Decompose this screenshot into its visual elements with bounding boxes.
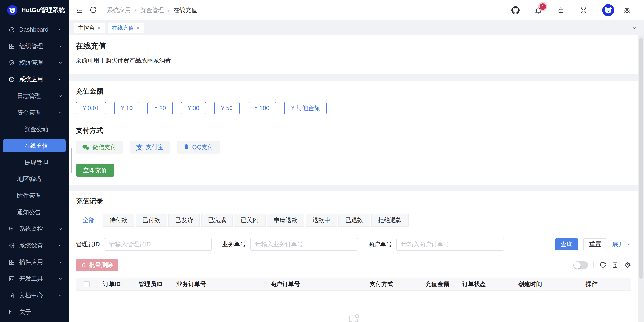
breadcrumb-current: 在线充值 [174,6,197,14]
sidebar-scrollbar-thumb[interactable] [71,148,72,173]
settings-gear-icon[interactable] [623,6,631,14]
amount-option-button[interactable]: ¥ 100 [248,102,276,114]
sidebar-item-notice[interactable]: 通知公告 [0,204,68,221]
status-tab-refunded[interactable]: 已退款 [338,214,370,227]
sidebar-item-dashboard[interactable]: Dashboard [0,21,68,38]
row-density-icon[interactable] [612,262,619,269]
striped-toggle[interactable] [574,261,588,269]
alipay-button[interactable]: 支 支付宝 [130,141,170,154]
main-area: 系统应用 / 资金管理 / 在线充值 1 [68,0,644,322]
sidebar: HotGo管理系统 Dashboard 组织管理 权限管理 系统应用 [0,0,68,322]
close-icon[interactable] [97,26,101,30]
sidebar-item-docs[interactable]: 文档中心 [0,287,68,304]
amount-option-other-button[interactable]: ¥ 其他金额 [284,102,327,114]
refresh-page-icon[interactable] [90,6,97,14]
close-icon[interactable] [136,26,140,30]
sidebar-item-about[interactable]: 关于 [0,304,68,320]
business-order-input[interactable] [250,238,358,251]
status-tab-refund-rejected[interactable]: 拒绝退款 [371,214,409,227]
grid-icon [8,259,15,265]
status-tab-pending-payment[interactable]: 待付款 [103,214,134,227]
lock-screen-icon[interactable] [557,6,565,14]
sidebar-item-fund-change[interactable]: 资金变动 [0,121,68,138]
amount-option-button[interactable]: ¥ 50 [214,102,240,114]
sidebar-item-fund-mgmt[interactable]: 资金管理 [0,104,68,121]
table-header-row: 订单ID 管理员ID 业务订单号 商户订单号 支付方式 充值金额 订单状态 创建… [76,278,631,290]
amount-option-button[interactable]: ¥ 10 [114,102,140,114]
status-tab-refunding[interactable]: 退款中 [306,214,337,227]
recharge-now-button[interactable]: 立即充值 [76,164,114,177]
chevron-down-icon [58,94,63,98]
reset-button[interactable]: 重置 [583,238,607,250]
cube-icon [8,76,15,83]
records-table: 订单ID 管理员ID 业务订单号 商户订单号 支付方式 充值金额 订单状态 创建… [76,278,631,322]
app-window: HotGo管理系统 Dashboard 组织管理 权限管理 系统应用 [0,0,644,322]
wechat-pay-button[interactable]: 微信支付 [76,141,123,154]
alipay-icon: 支 [136,144,143,151]
page-subtitle: 余额可用于购买付费产品或商城消费 [76,56,632,64]
app-logo[interactable]: HotGo管理系统 [0,0,68,20]
fullscreen-icon[interactable] [580,6,587,14]
github-icon[interactable] [512,6,520,14]
sidebar-item-system-app[interactable]: 系统应用 [0,71,68,88]
column-header: 创建时间 [518,280,586,288]
sidebar-item-permission[interactable]: 权限管理 [0,54,68,71]
status-tab-closed[interactable]: 已关闭 [234,214,266,227]
select-all-checkbox[interactable] [84,281,90,287]
user-avatar[interactable] [602,4,614,16]
breadcrumb-separator: / [168,7,170,14]
reload-table-icon[interactable] [600,262,606,269]
column-header: 管理员ID [138,280,176,288]
breadcrumb-item[interactable]: 资金管理 [140,6,164,14]
sidebar-item-settings[interactable]: 系统设置 [0,237,68,254]
tabs-dropdown-chevron-icon[interactable] [631,25,637,31]
status-tab-refund-apply[interactable]: 申请退款 [267,214,304,227]
column-header: 操作 [586,280,631,288]
status-tab-completed[interactable]: 已完成 [201,214,233,227]
page-content: 在线充值 余额可用于购买付费产品或商城消费 充值金额 ¥ 0.01 ¥ 10 ¥… [68,35,638,322]
notifications-bell-icon[interactable]: 1 [534,6,542,14]
sidebar-item-attachment[interactable]: 附件管理 [0,187,68,204]
amount-option-button[interactable]: ¥ 20 [148,102,173,114]
sidebar-item-monitor[interactable]: 系统监控 [0,221,68,237]
filter-merchant-order: 商户单号 [368,238,504,251]
column-header: 充值金额 [425,280,462,288]
expand-filters-link[interactable]: 展开 [612,240,631,248]
filter-label: 业务单号 [222,240,246,248]
column-settings-gear-icon[interactable] [624,262,631,269]
sidebar-item-region-code[interactable]: 地区编码 [0,171,68,187]
sidebar-item-withdraw-mgmt[interactable]: 提现管理 [0,154,68,171]
tab-console[interactable]: 主控台 [74,22,105,33]
query-button[interactable]: 查询 [555,238,578,250]
qq-icon [183,144,189,151]
qq-pay-button[interactable]: QQ支付 [177,141,220,154]
status-tab-paid[interactable]: 已付款 [136,214,167,227]
tab-online-recharge[interactable]: 在线充值 [108,22,144,33]
batch-delete-button[interactable]: 批量删除 [76,259,118,271]
amount-option-button[interactable]: ¥ 0.01 [76,102,106,114]
shield-check-icon [8,60,15,66]
sidebar-item-online-recharge[interactable]: 在线充值 [0,138,68,154]
sidebar-item-log-mgmt[interactable]: 日志管理 [0,88,68,104]
page-scrollbar-thumb[interactable] [639,38,643,279]
page-scrollbar-track[interactable] [638,35,644,322]
column-header: 商户订单号 [270,280,370,288]
breadcrumb-item[interactable]: 系统应用 [107,6,131,14]
sidebar-item-org[interactable]: 组织管理 [0,38,68,54]
filter-form: 管理员ID 业务单号 商户单号 查询 重置 [76,238,631,251]
payment-section-title: 支付方式 [76,126,631,135]
chevron-down-icon [58,243,63,248]
chevron-up-icon [58,110,63,115]
status-tab-all[interactable]: 全部 [76,214,102,227]
collapse-sidebar-icon[interactable] [76,6,84,14]
chevron-down-icon [58,60,63,65]
amount-option-button[interactable]: ¥ 30 [181,102,206,114]
admin-id-input[interactable] [104,238,212,251]
status-tab-shipped[interactable]: 已发货 [168,214,200,227]
chevron-down-icon [58,260,63,265]
sidebar-item-devtools[interactable]: 开发工具 [0,271,68,287]
merchant-order-input[interactable] [396,238,504,251]
sidebar-item-plugins[interactable]: 插件应用 [0,254,68,271]
page-tabs-bar: 主控台 在线充值 [68,20,644,35]
column-header: 订单状态 [462,280,518,288]
